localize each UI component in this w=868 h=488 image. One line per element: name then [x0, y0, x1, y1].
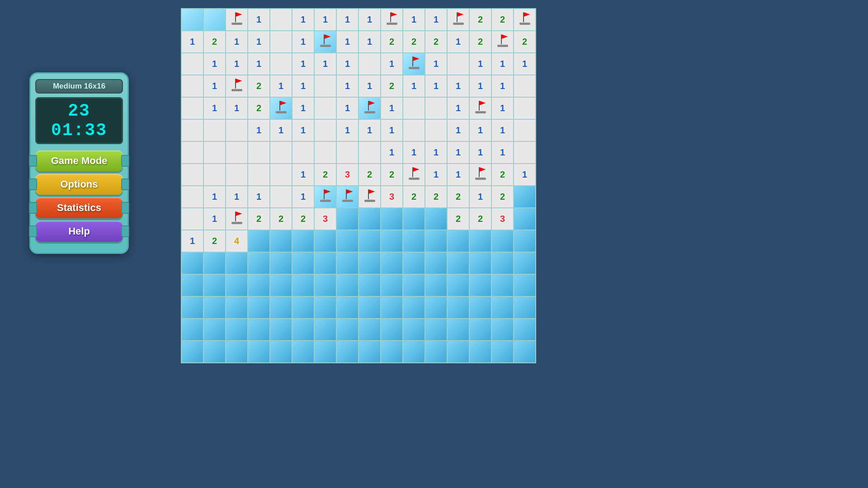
table-row[interactable]: 2 — [403, 186, 425, 208]
table-row[interactable]: 3 — [336, 164, 359, 186]
table-row[interactable] — [469, 252, 491, 274]
table-row[interactable] — [469, 296, 491, 319]
table-row[interactable] — [292, 274, 314, 296]
table-row[interactable]: 1 — [491, 141, 514, 164]
table-row[interactable] — [314, 319, 336, 341]
table-row[interactable] — [270, 186, 292, 208]
table-row[interactable] — [381, 341, 403, 363]
table-row[interactable] — [447, 341, 469, 363]
table-row[interactable]: 2 — [381, 75, 403, 97]
table-row[interactable] — [359, 296, 381, 319]
table-row[interactable] — [425, 97, 447, 119]
table-row[interactable] — [203, 141, 226, 164]
table-row[interactable] — [381, 9, 403, 31]
table-row[interactable]: 1 — [447, 141, 469, 164]
table-row[interactable]: 1 — [248, 9, 270, 31]
table-row[interactable]: 2 — [491, 164, 514, 186]
table-row[interactable]: 1 — [248, 31, 270, 53]
table-row[interactable] — [514, 252, 536, 274]
table-row[interactable]: 1 — [292, 186, 314, 208]
table-row[interactable]: 1 — [270, 75, 292, 97]
table-row[interactable]: 1 — [403, 141, 425, 164]
table-row[interactable] — [425, 341, 447, 363]
table-row[interactable] — [425, 230, 447, 252]
table-row[interactable]: 2 — [469, 9, 491, 31]
table-row[interactable]: 1 — [514, 164, 536, 186]
table-row[interactable]: 1 — [292, 164, 314, 186]
game-mode-button[interactable]: Game Mode — [35, 150, 123, 171]
table-row[interactable] — [359, 97, 381, 119]
table-row[interactable] — [181, 53, 203, 75]
table-row[interactable]: 1 — [336, 97, 359, 119]
table-row[interactable]: 1 — [425, 53, 447, 75]
table-row[interactable] — [469, 164, 491, 186]
table-row[interactable] — [203, 119, 226, 141]
table-row[interactable] — [203, 252, 226, 274]
table-row[interactable] — [447, 274, 469, 296]
table-row[interactable] — [314, 252, 336, 274]
table-row[interactable] — [514, 296, 536, 319]
table-row[interactable] — [514, 274, 536, 296]
table-row[interactable]: 1 — [359, 9, 381, 31]
table-row[interactable] — [314, 141, 336, 164]
table-row[interactable] — [469, 341, 491, 363]
table-row[interactable]: 3 — [381, 186, 403, 208]
table-row[interactable] — [359, 208, 381, 230]
table-row[interactable] — [491, 274, 514, 296]
table-row[interactable]: 2 — [359, 164, 381, 186]
table-row[interactable] — [270, 141, 292, 164]
table-row[interactable] — [403, 208, 425, 230]
table-row[interactable]: 2 — [203, 230, 226, 252]
table-row[interactable] — [314, 97, 336, 119]
table-row[interactable] — [491, 31, 514, 53]
table-row[interactable] — [336, 319, 359, 341]
table-row[interactable] — [425, 119, 447, 141]
table-row[interactable]: 1 — [381, 53, 403, 75]
table-row[interactable] — [381, 319, 403, 341]
table-row[interactable]: 1 — [336, 119, 359, 141]
table-row[interactable] — [314, 75, 336, 97]
table-row[interactable]: 1 — [491, 97, 514, 119]
table-row[interactable]: 1 — [447, 75, 469, 97]
table-row[interactable] — [491, 341, 514, 363]
table-row[interactable]: 1 — [469, 119, 491, 141]
table-row[interactable]: 1 — [314, 9, 336, 31]
table-row[interactable]: 1 — [491, 75, 514, 97]
table-row[interactable] — [359, 230, 381, 252]
table-row[interactable] — [359, 319, 381, 341]
table-row[interactable]: 1 — [359, 119, 381, 141]
table-row[interactable] — [248, 252, 270, 274]
table-row[interactable]: 2 — [248, 208, 270, 230]
table-row[interactable] — [403, 296, 425, 319]
table-row[interactable] — [226, 319, 248, 341]
table-row[interactable] — [181, 341, 203, 363]
table-row[interactable] — [226, 164, 248, 186]
table-row[interactable]: 1 — [469, 53, 491, 75]
table-row[interactable] — [359, 274, 381, 296]
table-row[interactable]: 2 — [447, 186, 469, 208]
table-row[interactable]: 2 — [491, 9, 514, 31]
table-row[interactable] — [226, 119, 248, 141]
table-row[interactable] — [181, 141, 203, 164]
table-row[interactable]: 1 — [491, 53, 514, 75]
table-row[interactable] — [381, 296, 403, 319]
table-row[interactable] — [226, 208, 248, 230]
table-row[interactable] — [514, 341, 536, 363]
table-row[interactable] — [292, 341, 314, 363]
table-row[interactable] — [314, 341, 336, 363]
table-row[interactable] — [336, 186, 359, 208]
table-row[interactable] — [469, 319, 491, 341]
table-row[interactable] — [359, 252, 381, 274]
table-row[interactable] — [359, 141, 381, 164]
table-row[interactable] — [248, 164, 270, 186]
table-row[interactable] — [292, 252, 314, 274]
table-row[interactable] — [491, 319, 514, 341]
table-row[interactable]: 2 — [270, 208, 292, 230]
table-row[interactable]: 1 — [425, 141, 447, 164]
table-row[interactable] — [381, 252, 403, 274]
table-row[interactable]: 1 — [226, 31, 248, 53]
table-row[interactable] — [314, 296, 336, 319]
table-row[interactable] — [381, 230, 403, 252]
table-row[interactable] — [270, 319, 292, 341]
table-row[interactable]: 1 — [226, 186, 248, 208]
